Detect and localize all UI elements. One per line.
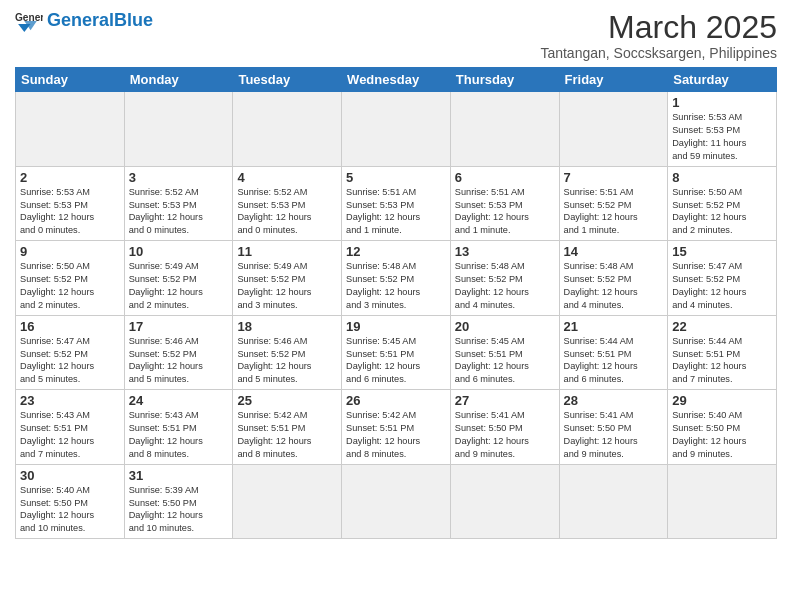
day-info: Sunrise: 5:48 AM Sunset: 5:52 PM Dayligh…: [564, 260, 664, 312]
col-monday: Monday: [124, 68, 233, 92]
calendar-day: 2Sunrise: 5:53 AM Sunset: 5:53 PM Daylig…: [16, 166, 125, 241]
day-info: Sunrise: 5:45 AM Sunset: 5:51 PM Dayligh…: [455, 335, 555, 387]
day-number: 14: [564, 244, 664, 259]
calendar-day: [668, 464, 777, 539]
day-info: Sunrise: 5:44 AM Sunset: 5:51 PM Dayligh…: [564, 335, 664, 387]
day-number: 5: [346, 170, 446, 185]
day-number: 21: [564, 319, 664, 334]
logo-general: General: [47, 10, 114, 30]
day-number: 11: [237, 244, 337, 259]
calendar-day: 31Sunrise: 5:39 AM Sunset: 5:50 PM Dayli…: [124, 464, 233, 539]
day-info: Sunrise: 5:41 AM Sunset: 5:50 PM Dayligh…: [564, 409, 664, 461]
day-number: 23: [20, 393, 120, 408]
day-info: Sunrise: 5:47 AM Sunset: 5:52 PM Dayligh…: [672, 260, 772, 312]
calendar-day: [450, 464, 559, 539]
day-number: 13: [455, 244, 555, 259]
day-info: Sunrise: 5:42 AM Sunset: 5:51 PM Dayligh…: [346, 409, 446, 461]
calendar-day: 29Sunrise: 5:40 AM Sunset: 5:50 PM Dayli…: [668, 390, 777, 465]
calendar-day: 1Sunrise: 5:53 AM Sunset: 5:53 PM Daylig…: [668, 92, 777, 167]
day-info: Sunrise: 5:52 AM Sunset: 5:53 PM Dayligh…: [237, 186, 337, 238]
day-number: 9: [20, 244, 120, 259]
calendar-week-4: 16Sunrise: 5:47 AM Sunset: 5:52 PM Dayli…: [16, 315, 777, 390]
day-info: Sunrise: 5:48 AM Sunset: 5:52 PM Dayligh…: [455, 260, 555, 312]
day-number: 20: [455, 319, 555, 334]
col-friday: Friday: [559, 68, 668, 92]
calendar-day: [124, 92, 233, 167]
day-number: 8: [672, 170, 772, 185]
calendar-day: [342, 92, 451, 167]
calendar-day: [450, 92, 559, 167]
col-wednesday: Wednesday: [342, 68, 451, 92]
day-number: 31: [129, 468, 229, 483]
calendar-day: 3Sunrise: 5:52 AM Sunset: 5:53 PM Daylig…: [124, 166, 233, 241]
day-info: Sunrise: 5:39 AM Sunset: 5:50 PM Dayligh…: [129, 484, 229, 536]
day-number: 10: [129, 244, 229, 259]
day-number: 16: [20, 319, 120, 334]
logo-blue: Blue: [114, 10, 153, 30]
day-number: 17: [129, 319, 229, 334]
day-number: 12: [346, 244, 446, 259]
calendar-header: Sunday Monday Tuesday Wednesday Thursday…: [16, 68, 777, 92]
main-title: March 2025: [540, 10, 777, 45]
day-number: 28: [564, 393, 664, 408]
calendar-week-6: 30Sunrise: 5:40 AM Sunset: 5:50 PM Dayli…: [16, 464, 777, 539]
calendar-day: 5Sunrise: 5:51 AM Sunset: 5:53 PM Daylig…: [342, 166, 451, 241]
calendar-body: 1Sunrise: 5:53 AM Sunset: 5:53 PM Daylig…: [16, 92, 777, 539]
day-info: Sunrise: 5:50 AM Sunset: 5:52 PM Dayligh…: [20, 260, 120, 312]
day-number: 25: [237, 393, 337, 408]
day-info: Sunrise: 5:47 AM Sunset: 5:52 PM Dayligh…: [20, 335, 120, 387]
day-number: 7: [564, 170, 664, 185]
calendar-week-2: 2Sunrise: 5:53 AM Sunset: 5:53 PM Daylig…: [16, 166, 777, 241]
day-number: 26: [346, 393, 446, 408]
calendar-day: [559, 92, 668, 167]
day-info: Sunrise: 5:40 AM Sunset: 5:50 PM Dayligh…: [672, 409, 772, 461]
logo-text: GeneralBlue: [47, 11, 153, 31]
day-number: 2: [20, 170, 120, 185]
calendar-day: 16Sunrise: 5:47 AM Sunset: 5:52 PM Dayli…: [16, 315, 125, 390]
calendar-day: 17Sunrise: 5:46 AM Sunset: 5:52 PM Dayli…: [124, 315, 233, 390]
calendar-day: 4Sunrise: 5:52 AM Sunset: 5:53 PM Daylig…: [233, 166, 342, 241]
calendar-day: 11Sunrise: 5:49 AM Sunset: 5:52 PM Dayli…: [233, 241, 342, 316]
day-number: 1: [672, 95, 772, 110]
header: General GeneralBlue March 2025 Tantangan…: [15, 10, 777, 61]
calendar-day: 10Sunrise: 5:49 AM Sunset: 5:52 PM Dayli…: [124, 241, 233, 316]
calendar-day: 28Sunrise: 5:41 AM Sunset: 5:50 PM Dayli…: [559, 390, 668, 465]
calendar-day: 21Sunrise: 5:44 AM Sunset: 5:51 PM Dayli…: [559, 315, 668, 390]
day-info: Sunrise: 5:46 AM Sunset: 5:52 PM Dayligh…: [237, 335, 337, 387]
day-info: Sunrise: 5:42 AM Sunset: 5:51 PM Dayligh…: [237, 409, 337, 461]
calendar-week-5: 23Sunrise: 5:43 AM Sunset: 5:51 PM Dayli…: [16, 390, 777, 465]
day-info: Sunrise: 5:45 AM Sunset: 5:51 PM Dayligh…: [346, 335, 446, 387]
day-info: Sunrise: 5:51 AM Sunset: 5:53 PM Dayligh…: [455, 186, 555, 238]
calendar-day: 27Sunrise: 5:41 AM Sunset: 5:50 PM Dayli…: [450, 390, 559, 465]
day-number: 4: [237, 170, 337, 185]
day-info: Sunrise: 5:46 AM Sunset: 5:52 PM Dayligh…: [129, 335, 229, 387]
calendar-table: Sunday Monday Tuesday Wednesday Thursday…: [15, 67, 777, 539]
logo: General GeneralBlue: [15, 10, 153, 32]
day-number: 29: [672, 393, 772, 408]
day-info: Sunrise: 5:40 AM Sunset: 5:50 PM Dayligh…: [20, 484, 120, 536]
day-info: Sunrise: 5:49 AM Sunset: 5:52 PM Dayligh…: [129, 260, 229, 312]
day-number: 3: [129, 170, 229, 185]
day-info: Sunrise: 5:43 AM Sunset: 5:51 PM Dayligh…: [20, 409, 120, 461]
day-number: 19: [346, 319, 446, 334]
calendar-day: [342, 464, 451, 539]
subtitle: Tantangan, Soccsksargen, Philippines: [540, 45, 777, 61]
col-sunday: Sunday: [16, 68, 125, 92]
day-number: 6: [455, 170, 555, 185]
calendar-day: 26Sunrise: 5:42 AM Sunset: 5:51 PM Dayli…: [342, 390, 451, 465]
day-info: Sunrise: 5:52 AM Sunset: 5:53 PM Dayligh…: [129, 186, 229, 238]
calendar-day: [233, 464, 342, 539]
calendar-day: [16, 92, 125, 167]
day-info: Sunrise: 5:49 AM Sunset: 5:52 PM Dayligh…: [237, 260, 337, 312]
calendar-day: 23Sunrise: 5:43 AM Sunset: 5:51 PM Dayli…: [16, 390, 125, 465]
calendar-day: 15Sunrise: 5:47 AM Sunset: 5:52 PM Dayli…: [668, 241, 777, 316]
calendar-day: 14Sunrise: 5:48 AM Sunset: 5:52 PM Dayli…: [559, 241, 668, 316]
day-number: 24: [129, 393, 229, 408]
day-info: Sunrise: 5:51 AM Sunset: 5:52 PM Dayligh…: [564, 186, 664, 238]
day-info: Sunrise: 5:51 AM Sunset: 5:53 PM Dayligh…: [346, 186, 446, 238]
day-number: 30: [20, 468, 120, 483]
calendar-day: 8Sunrise: 5:50 AM Sunset: 5:52 PM Daylig…: [668, 166, 777, 241]
calendar-day: 19Sunrise: 5:45 AM Sunset: 5:51 PM Dayli…: [342, 315, 451, 390]
calendar-day: 12Sunrise: 5:48 AM Sunset: 5:52 PM Dayli…: [342, 241, 451, 316]
calendar-day: [559, 464, 668, 539]
